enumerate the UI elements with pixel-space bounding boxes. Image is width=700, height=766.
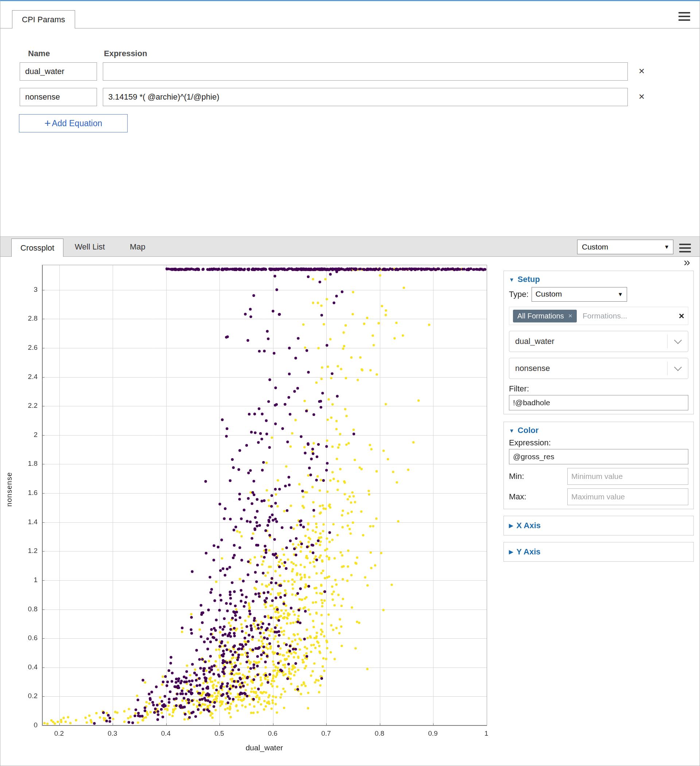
tab-map[interactable]: Map — [130, 237, 145, 257]
filter-input[interactable] — [509, 395, 688, 410]
chevron-down-icon[interactable] — [674, 363, 682, 371]
color-title: Color — [518, 426, 539, 435]
setup-section-header[interactable]: ▼ Setup — [509, 275, 688, 284]
y-tick-label: 2.8 — [14, 315, 38, 323]
collapse-sidebar-icon[interactable]: » — [684, 256, 690, 268]
y-field-combobox[interactable]: nonsense — [509, 358, 688, 379]
equation-name-input[interactable] — [20, 62, 97, 81]
crossplot-content: 0.20.30.40.50.60.70.80.9100.20.40.60.811… — [0, 257, 700, 766]
select-caret-icon: ▼ — [664, 240, 669, 254]
name-column-header: Name — [28, 49, 50, 59]
color-expression-label: Expression: — [509, 438, 688, 448]
all-formations-chip: All Formations × — [513, 310, 577, 323]
delete-equation-icon[interactable]: × — [634, 62, 650, 81]
color-min-input[interactable] — [567, 468, 688, 485]
y-tick-label: 0.2 — [14, 692, 38, 700]
y-field-value: nonsense — [515, 364, 550, 373]
tab-crossplot-label: Crossplot — [21, 243, 54, 253]
viewer-menu-icon[interactable] — [679, 242, 691, 255]
expression-column-header: Expression — [104, 49, 147, 59]
x-axis-section-header[interactable]: ▶ X Axis — [509, 521, 688, 530]
color-expression-input[interactable] — [509, 449, 688, 464]
select-caret-icon: ▼ — [618, 287, 623, 301]
x-tick-label: 0.6 — [261, 730, 284, 738]
x-tick-label: 0.7 — [314, 730, 338, 738]
color-section-header[interactable]: ▼ Color — [509, 426, 688, 435]
x-field-value: dual_water — [515, 337, 555, 346]
add-equation-label: Add Equation — [52, 119, 102, 128]
y-tick-label: 0 — [14, 721, 38, 729]
x-axis-section-title: X Axis — [517, 521, 541, 530]
tab-cpi-params[interactable]: CPI Params — [12, 10, 75, 28]
y-tick-label: 0.4 — [14, 663, 38, 671]
y-tick-label: 1 — [14, 576, 38, 584]
formations-filter-input[interactable]: All Formations × Formations... × — [509, 307, 688, 325]
viewer-tabstrip: Crossplot Well List Map Custom ▼ — [0, 236, 700, 257]
y-tick-label: 2.6 — [14, 343, 38, 351]
setup-title: Setup — [518, 275, 540, 284]
y-tick-label: 1.8 — [14, 460, 38, 468]
color-max-input[interactable] — [567, 488, 688, 505]
equation-name-input[interactable] — [20, 88, 97, 106]
y-axis-section-header[interactable]: ▶ Y Axis — [509, 547, 688, 557]
x-tick-label: 0.8 — [368, 730, 391, 738]
type-label: Type: — [509, 290, 529, 299]
x-tick-label: 0.2 — [47, 730, 71, 738]
x-tick-label: 0.3 — [101, 730, 124, 738]
min-label: Min: — [509, 472, 524, 481]
crossplot-canvas[interactable] — [42, 265, 487, 726]
filter-label: Filter: — [509, 384, 688, 394]
type-select-value: Custom — [536, 290, 562, 298]
x-axis-section: ▶ X Axis — [504, 516, 694, 535]
expanded-triangle-icon: ▼ — [509, 277, 514, 283]
cpi-params-panel: CPI Params Name Expression × × + Add Equ… — [0, 1, 700, 236]
chip-remove-icon[interactable]: × — [568, 312, 572, 320]
x-tick-label: 0.9 — [421, 730, 444, 738]
delete-equation-icon[interactable]: × — [634, 88, 650, 106]
type-select[interactable]: Custom ▼ — [532, 287, 627, 302]
collapsed-triangle-icon: ▶ — [509, 522, 514, 529]
x-axis-title: dual_water — [224, 743, 305, 752]
setup-section: ▼ Setup Type: Custom ▼ All — [504, 271, 694, 415]
x-field-combobox[interactable]: dual_water — [509, 331, 688, 352]
equation-row: × — [20, 88, 700, 106]
plus-icon: + — [44, 118, 51, 129]
y-tick-label: 2.2 — [14, 402, 38, 410]
view-mode-select[interactable]: Custom ▼ — [577, 240, 673, 254]
tab-cpi-params-label: CPI Params — [22, 15, 65, 24]
formations-placeholder: Formations... — [583, 312, 679, 320]
viewer-panel: Crossplot Well List Map Custom ▼ 0.20.30… — [0, 236, 700, 766]
add-equation-button[interactable]: + Add Equation — [19, 114, 128, 132]
y-tick-label: 0.8 — [14, 605, 38, 613]
panel-menu-icon[interactable] — [678, 10, 690, 23]
app-window: CPI Params Name Expression × × + Add Equ… — [0, 0, 700, 766]
color-section: ▼ Color Expression: Min: Max: — [504, 422, 694, 509]
y-tick-label: 2 — [14, 431, 38, 439]
y-axis-title: nonsense — [5, 453, 14, 526]
y-tick-label: 2.4 — [14, 373, 38, 381]
equation-expression-input[interactable] — [103, 88, 628, 106]
tab-well-list[interactable]: Well List — [75, 237, 105, 257]
y-tick-label: 1.2 — [14, 547, 38, 555]
clear-formations-icon[interactable]: × — [679, 310, 684, 322]
y-tick-label: 1.4 — [14, 518, 38, 526]
collapsed-triangle-icon: ▶ — [509, 549, 514, 555]
x-tick-label: 1 — [475, 730, 498, 738]
x-tick-label: 0.5 — [207, 730, 231, 738]
tab-crossplot[interactable]: Crossplot — [11, 239, 63, 257]
tab-map-label: Map — [130, 242, 145, 252]
combo-divider — [667, 361, 668, 375]
chevron-down-icon[interactable] — [674, 336, 682, 344]
y-tick-label: 0.6 — [14, 634, 38, 642]
all-formations-chip-label: All Formations — [517, 312, 564, 320]
view-mode-value: Custom — [582, 242, 608, 251]
y-tick-label: 3 — [14, 286, 38, 294]
equation-expression-input[interactable] — [103, 62, 628, 81]
cpi-params-tabstrip: CPI Params — [0, 1, 700, 28]
tab-well-list-label: Well List — [75, 242, 105, 252]
combo-divider — [667, 334, 668, 348]
expanded-triangle-icon: ▼ — [509, 427, 514, 434]
y-axis-section-title: Y Axis — [517, 547, 541, 557]
equation-row: × — [20, 62, 700, 81]
max-label: Max: — [509, 492, 526, 502]
